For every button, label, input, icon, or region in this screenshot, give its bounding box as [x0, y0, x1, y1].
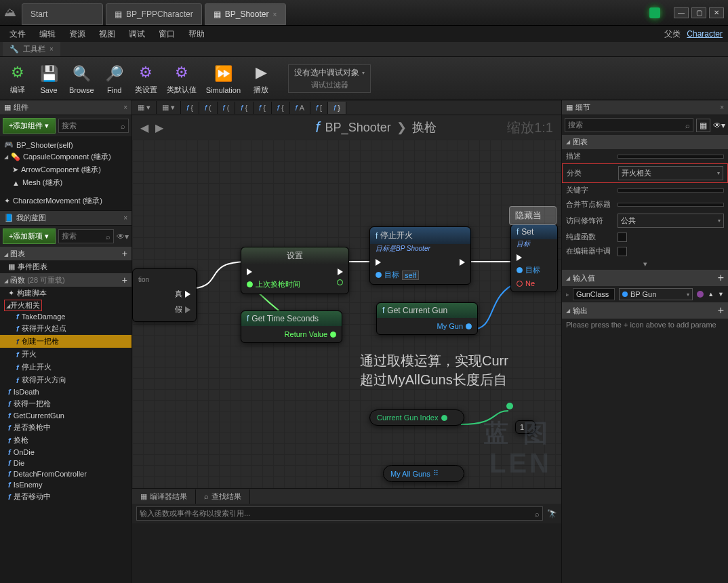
class-defaults-button[interactable]: ⚙类默认值 [167, 62, 197, 95]
menu-help[interactable]: 帮助 [184, 27, 209, 41]
construction-script-item[interactable]: ✦构建脚本 [0, 287, 132, 300]
minimize-button[interactable]: — [674, 7, 689, 18]
graph-tab[interactable]: f { [235, 102, 254, 114]
component-capsule[interactable]: ◢💊CapsuleComponent (继承) [0, 150, 132, 163]
graph-tab-active[interactable]: f } [328, 102, 346, 114]
toolbar-tab[interactable]: 🔧工具栏× [3, 42, 60, 56]
add-new-button[interactable]: +添加新项 ▾ [3, 228, 56, 244]
tab-bpshooter[interactable]: ▦BP_Shooter× [205, 3, 286, 25]
find-button[interactable]: 🔎Find [104, 63, 125, 94]
component-mesh[interactable]: ▲Mesh (继承) [0, 176, 132, 189]
close-icon[interactable]: × [272, 11, 277, 18]
function-item[interactable]: fDie [0, 458, 132, 468]
input-name[interactable]: GunClass [573, 288, 615, 300]
graph-tab[interactable]: ▦ ▾ [132, 101, 157, 114]
component-movement[interactable]: ✦CharacterMovement (继承) [0, 195, 132, 207]
add-component-button[interactable]: +添加组件 ▾ [3, 118, 56, 134]
close-icon[interactable]: × [49, 45, 54, 53]
graph-tab[interactable]: f { [254, 102, 272, 114]
add-icon[interactable]: + [718, 272, 724, 284]
binoculars-icon[interactable]: 🔭 [547, 509, 557, 519]
details-section-graph[interactable]: ◢图表 [562, 135, 728, 149]
grid-view-icon[interactable]: ▦ [696, 119, 710, 132]
tab-compiler-results[interactable]: ▦编译器结果 [132, 489, 196, 504]
node-stopfire[interactable]: f停止开火 目标是BP Shooter 目标 self [369, 226, 471, 285]
function-item[interactable]: fDetachFromController [0, 468, 132, 479]
graph-tab[interactable]: f ( [199, 102, 218, 114]
close-icon[interactable]: × [123, 214, 127, 222]
function-item[interactable]: fGetCurrentGun [0, 410, 132, 421]
menu-view[interactable]: 视图 [95, 27, 119, 41]
debug-object-selector[interactable]: 没有选中调试对象▾ 调试过滤器 [288, 64, 371, 93]
tab-fppcharacter[interactable]: ▦BP_FPPCharacter [106, 3, 202, 25]
graph-tab[interactable]: f A [290, 102, 310, 114]
node-setvar[interactable]: fSet 目标 目标 Ne [510, 224, 558, 292]
close-icon[interactable]: × [720, 104, 724, 111]
menu-debug[interactable]: 调试 [125, 27, 149, 41]
function-item[interactable]: f是否移动中 [0, 490, 132, 503]
desc-input[interactable] [618, 155, 724, 159]
function-item[interactable]: f获得开火方向 [0, 374, 132, 386]
event-graph-item[interactable]: ▦事件图表 [0, 260, 132, 273]
chevron-right-icon[interactable]: ▹ [566, 292, 569, 298]
section-functions[interactable]: ◢ 函数 (28 可重载)+ [0, 273, 132, 287]
menu-edit[interactable]: 编辑 [35, 27, 60, 41]
parent-class-link[interactable]: Character [687, 29, 723, 39]
menu-file[interactable]: 文件 [5, 27, 30, 41]
category-dropdown[interactable]: 开火相关▾ [618, 166, 723, 180]
component-arrow[interactable]: ➤ArrowComponent (继承) [0, 163, 132, 176]
graph-tab[interactable]: f { [272, 102, 290, 114]
graph-tab[interactable]: ▦ ▾ [157, 101, 181, 114]
nav-forward-icon[interactable]: ▶ [155, 121, 163, 134]
function-item[interactable]: f停止开火 [0, 361, 132, 374]
move-up-icon[interactable]: ▲ [708, 291, 714, 298]
node-getvar-myallguns[interactable]: My All Guns⠿ [383, 465, 464, 482]
function-item[interactable]: fTakeDamage [0, 311, 132, 322]
close-icon[interactable]: × [123, 104, 127, 111]
node-getvar-currentindex[interactable]: Current Gun Index [369, 409, 464, 426]
save-button[interactable]: 💾Save [38, 63, 60, 94]
function-item[interactable]: f获得一把枪 [0, 397, 132, 410]
play-button[interactable]: ▶播放 [250, 62, 272, 95]
function-item[interactable]: f是否换枪中 [0, 421, 132, 434]
view-options-icon[interactable]: 👁▾ [713, 121, 725, 130]
function-item[interactable]: f开火 [0, 348, 132, 361]
menu-asset[interactable]: 资源 [65, 27, 89, 41]
menu-window[interactable]: 窗口 [155, 27, 179, 41]
tab-find-results[interactable]: ⌕查找结果 [196, 489, 250, 504]
reroute-node[interactable] [506, 403, 513, 409]
input-type-dropdown[interactable]: BP Gun▾ [619, 288, 693, 300]
compile-button[interactable]: ⚙编译 [7, 62, 28, 95]
node-gettime[interactable]: fGet Time Seconds Return Value [241, 310, 342, 343]
function-item[interactable]: fIsDeath [0, 386, 132, 397]
merge-input[interactable] [618, 203, 724, 207]
details-search[interactable]: 搜索⌕ [565, 118, 693, 132]
function-item[interactable]: fIsEnemy [0, 479, 132, 490]
access-dropdown[interactable]: 公共▾ [618, 214, 724, 228]
class-settings-button[interactable]: ⚙类设置 [135, 62, 157, 95]
details-section-outputs[interactable]: ◢输出+ [562, 302, 728, 319]
graph-breadcrumb[interactable]: f BP_Shooter ❯ 换枪 [315, 119, 436, 136]
browse-button[interactable]: 🔍Browse [69, 63, 94, 94]
node-branch[interactable]: tion 真 假 [132, 268, 197, 322]
myblueprint-search[interactable]: 搜索⌕ [58, 229, 115, 243]
graph-tab[interactable]: f ( [218, 102, 236, 114]
add-icon[interactable]: + [122, 275, 127, 285]
add-icon[interactable]: + [122, 248, 127, 259]
graph-tab[interactable]: f { [181, 102, 199, 114]
function-group-fire[interactable]: ◢开火相关 [4, 300, 42, 311]
maximize-button[interactable]: ▢ [691, 7, 706, 18]
section-graphs[interactable]: ◢ 图表+ [0, 247, 132, 260]
function-item[interactable]: fOnDie [0, 447, 132, 458]
graph-tab[interactable]: f [ [310, 102, 328, 114]
function-item[interactable]: f获得开火起点 [0, 322, 132, 335]
details-section-inputs[interactable]: ◢输入值+ [562, 270, 728, 286]
nav-back-icon[interactable]: ◀ [140, 121, 148, 134]
simulation-button[interactable]: ⏩Simulation [206, 63, 241, 94]
view-options-icon[interactable]: 👁▾ [117, 232, 129, 241]
find-search-input[interactable]: 输入函数或事件名称以搜索引用...⌕ [136, 506, 543, 521]
comment-box[interactable]: 隐藏当 [509, 206, 557, 225]
add-icon[interactable]: + [718, 304, 724, 317]
close-button[interactable]: ✕ [709, 7, 724, 18]
move-down-icon[interactable]: ▼ [718, 291, 724, 298]
